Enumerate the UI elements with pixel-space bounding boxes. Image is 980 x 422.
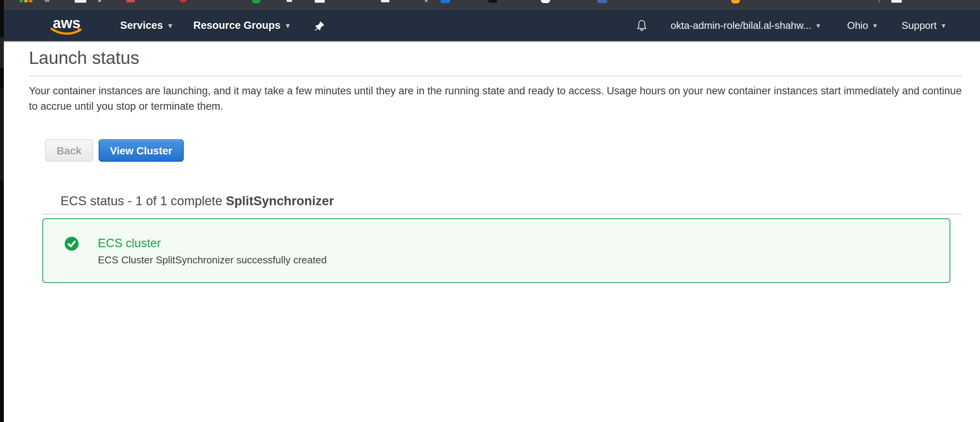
success-check-wrap (65, 237, 79, 252)
page-title: Launch status (29, 49, 962, 67)
favicon-fragment (126, 0, 135, 2)
region-menu[interactable]: Ohio ▾ (847, 20, 877, 32)
ecs-status-heading: ECS status - 1 of 1 complete SplitSynchr… (60, 194, 962, 208)
aws-console-window: aws Services ▾ Resource Groups ▾ (4, 0, 980, 422)
browser-favicon-strip (4, 0, 980, 10)
left-window-edge-segment (0, 37, 4, 68)
favicon-fragment (315, 0, 325, 3)
services-menu[interactable]: Services ▾ (120, 20, 172, 32)
favicon-fragment (20, 0, 23, 2)
resource-groups-menu-label: Resource Groups (193, 20, 281, 32)
success-card-text: ECS cluster ECS Cluster SplitSynchronize… (98, 236, 327, 266)
account-menu[interactable]: okta-admin-role/bilal.al-shahw... ▾ (671, 20, 820, 32)
success-card-message: ECS Cluster SplitSynchronizer successful… (98, 254, 327, 266)
favicon-fragment (891, 0, 902, 3)
favicon-fragment (541, 0, 550, 3)
favicon-fragment (441, 0, 450, 3)
bell-icon (636, 19, 648, 32)
ecs-status-cluster-name: SplitSynchronizer (226, 194, 334, 208)
favicon-fragment (287, 0, 292, 2)
view-cluster-button[interactable]: View Cluster (99, 139, 184, 162)
launch-status-page: Launch status Your container instances a… (4, 42, 980, 283)
region-menu-label: Ohio (847, 20, 868, 32)
ecs-cluster-success-card: ECS cluster ECS Cluster SplitSynchronize… (42, 218, 950, 283)
account-menu-label: okta-admin-role/bilal.al-shahw... (671, 20, 812, 32)
chevron-down-icon: ▾ (941, 22, 945, 29)
chevron-down-icon: ▾ (168, 22, 172, 29)
success-card-title: ECS cluster (98, 236, 327, 250)
pushpin-icon (314, 20, 325, 32)
launch-status-description: Your container instances are launching, … (29, 83, 962, 114)
resource-groups-menu[interactable]: Resource Groups ▾ (193, 20, 290, 32)
favicon-fragment (488, 0, 497, 3)
ecs-status-heading-prefix: ECS status - 1 of 1 complete (60, 194, 226, 208)
aws-logo[interactable]: aws (50, 16, 83, 36)
chevron-down-icon: ▾ (816, 22, 820, 29)
favicon-fragment (75, 0, 86, 3)
favicon-fragment (381, 0, 389, 2)
pinned-shortcuts-button[interactable] (314, 20, 325, 32)
check-circle-icon (65, 237, 79, 251)
favicon-fragment (29, 0, 32, 2)
chevron-down-icon: ▾ (873, 22, 877, 29)
aws-top-navbar: aws Services ▾ Resource Groups ▾ (4, 10, 980, 42)
services-menu-label: Services (120, 20, 163, 32)
favicon-fragment (24, 0, 28, 2)
chevron-down-icon: ▾ (286, 22, 290, 29)
favicon-fragment (597, 0, 607, 3)
favicon-fragment (731, 0, 740, 3)
action-button-row: Back View Cluster (45, 139, 962, 162)
aws-smile-swoosh-icon (50, 27, 83, 36)
support-menu[interactable]: Support ▾ (901, 20, 945, 32)
back-button[interactable]: Back (45, 139, 93, 162)
favicon-fragment (180, 0, 186, 2)
navbar-right-group: okta-admin-role/bilal.al-shahw... ▾ Ohio… (636, 19, 945, 32)
support-menu-label: Support (901, 20, 936, 32)
ecs-status-divider (42, 214, 962, 214)
ecs-status-section: ECS status - 1 of 1 complete SplitSynchr… (29, 194, 962, 283)
favicon-fragment (45, 0, 49, 2)
title-divider (29, 75, 962, 76)
notifications-button[interactable] (636, 19, 648, 32)
left-window-edge-segment (0, 89, 4, 181)
favicon-fragment (98, 0, 101, 2)
favicon-fragment (252, 0, 260, 3)
favicon-fragment (425, 0, 428, 2)
favicon-fragment (879, 0, 879, 3)
left-window-edge (0, 0, 4, 422)
